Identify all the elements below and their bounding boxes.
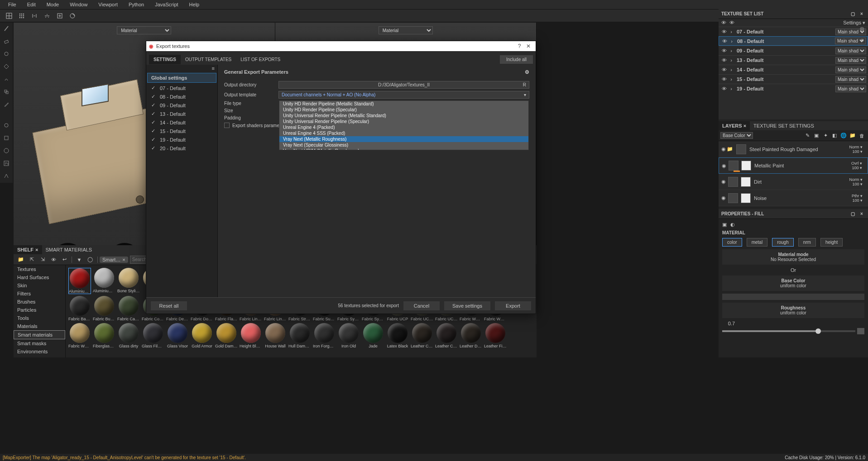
shelf-item[interactable]: Iron Forged… xyxy=(313,323,336,348)
globe-icon[interactable]: 🌐 xyxy=(839,132,848,140)
cat-environments[interactable]: Environments xyxy=(14,347,65,356)
shelf-item[interactable]: Gold Dama… xyxy=(215,323,238,348)
dropdown-option[interactable]: Unity HD Render Pipeline (Specular) xyxy=(279,107,528,113)
blend-mode[interactable]: Norm ▾ xyxy=(849,177,863,182)
shelf-item[interactable]: Aluminium … xyxy=(68,268,91,294)
export-set-row[interactable]: ✓20 - Default xyxy=(146,144,217,152)
proj-3d-icon[interactable]: ◐ xyxy=(730,222,735,228)
close-icon[interactable]: × xyxy=(743,123,746,128)
cat-tools[interactable]: Tools xyxy=(14,314,65,322)
global-settings-item[interactable]: Global settings xyxy=(147,73,216,83)
tab-shelf[interactable]: SHELF× xyxy=(14,245,42,254)
menu-viewport[interactable]: Viewport xyxy=(93,2,123,7)
dropdown-option[interactable]: Vray Next (Specular Glossiness) xyxy=(279,142,528,148)
tool-d-icon[interactable] xyxy=(0,170,13,182)
polyfill-icon[interactable] xyxy=(0,61,13,72)
dialog-tab-settings[interactable]: SETTINGS xyxy=(149,55,181,64)
cat-smart-materials[interactable]: Smart materials xyxy=(14,330,65,339)
cat-color-profiles[interactable]: Color profiles xyxy=(14,356,65,357)
back-icon[interactable]: ↩ xyxy=(60,255,69,264)
base-color-swatch[interactable] xyxy=(722,294,864,300)
check-icon[interactable]: ✓ xyxy=(150,128,156,134)
shelf-item[interactable]: Leather Da… xyxy=(460,323,482,348)
check-icon[interactable]: ✓ xyxy=(150,85,156,91)
shelf-item[interactable]: Iron Old xyxy=(337,323,360,348)
tool-ps-icon[interactable]: Ps xyxy=(0,157,13,169)
shelf-item[interactable]: Fabric Burlap xyxy=(93,296,115,321)
shelf-item[interactable]: House Wall xyxy=(264,323,287,348)
cancel-button[interactable]: Cancel xyxy=(403,301,440,310)
close-icon[interactable]: × xyxy=(858,10,865,18)
wand-icon[interactable]: ✎ xyxy=(803,132,811,140)
maximize-icon[interactable]: ▢ xyxy=(849,10,856,18)
visibility-icon[interactable]: ◉ xyxy=(721,163,727,169)
opacity-value[interactable]: 100 ▾ xyxy=(852,198,863,203)
layer-row[interactable]: ◉ Dirt Norm ▾100 ▾ xyxy=(719,174,868,190)
texture-set-row[interactable]: 👁 › 07 - Default Main shader xyxy=(719,27,868,36)
visibility-icon[interactable]: 👁 xyxy=(721,38,728,44)
effect-icon[interactable]: ✦ xyxy=(821,132,830,140)
visibility-icon[interactable]: 👁 xyxy=(720,48,728,53)
texture-set-row[interactable]: 👁 › 19 - Default Main shader xyxy=(719,84,868,93)
cat-skin[interactable]: Skin xyxy=(14,281,65,290)
menu-mode[interactable]: Mode xyxy=(41,2,65,7)
clone-icon[interactable] xyxy=(0,86,13,98)
visibility-icon[interactable]: ◉ xyxy=(720,179,727,185)
layer-row[interactable]: ◉ Metallic Paint Ovrl ▾100 ▾ xyxy=(719,157,868,174)
shader-select[interactable]: Main shader xyxy=(835,48,866,54)
shelf-item[interactable]: Jade xyxy=(362,323,384,348)
shelf-item[interactable]: Glass dirty xyxy=(117,323,140,348)
filter-chip[interactable]: Smart… × xyxy=(100,257,128,263)
dialog-help-button[interactable]: ? xyxy=(515,43,524,49)
close-icon[interactable]: × xyxy=(858,210,865,218)
cat-brushes[interactable]: Brushes xyxy=(14,298,65,306)
menu-python[interactable]: Python xyxy=(123,2,149,7)
check-icon[interactable]: ✓ xyxy=(150,102,156,108)
viewport-material-select-left[interactable]: Material xyxy=(117,26,171,34)
mask-icon[interactable]: ▣ xyxy=(812,132,820,140)
dropdown-option[interactable]: Unity Universal Render Pipeline (Specula… xyxy=(279,119,528,124)
cat-hard-surfaces[interactable]: Hard Surfaces xyxy=(14,273,65,281)
toolbar-btn-3[interactable] xyxy=(29,10,40,21)
save-settings-button[interactable]: Save settings xyxy=(444,301,490,310)
shelf-item[interactable]: Hull Damag… xyxy=(288,323,311,348)
chevron-right-icon[interactable]: › xyxy=(728,76,735,82)
opacity-value[interactable]: 100 ▾ xyxy=(851,166,862,170)
shelf-item[interactable]: Fabric Base… xyxy=(68,296,91,321)
layer-row[interactable]: ◉ Noise Pthr ▾100 ▾ xyxy=(719,190,868,206)
check-icon[interactable]: ✓ xyxy=(150,119,156,125)
viewport-material-select-right[interactable]: Material xyxy=(379,26,433,34)
layer-row[interactable]: ◉ 📁 Steel Painted Rough Damaged Norm ▾10… xyxy=(719,141,868,157)
ring-icon[interactable]: ◯ xyxy=(86,255,95,264)
output-dir-field[interactable]: D:/3D/Aligator/Textures_IIR xyxy=(278,81,529,89)
menu-help[interactable]: Help xyxy=(184,2,205,7)
opacity-value[interactable]: 100 ▾ xyxy=(849,149,863,154)
pill-metal[interactable]: metal xyxy=(747,238,767,247)
shelf-item[interactable]: Leather Calf… xyxy=(411,323,433,348)
cat-textures[interactable]: Textures xyxy=(14,265,65,273)
chevron-right-icon[interactable]: › xyxy=(728,86,735,91)
vis-all-icon[interactable]: 👁 xyxy=(721,20,729,26)
visibility-icon[interactable]: 👁 xyxy=(720,57,728,63)
shelf-item[interactable]: Fabric Canv… xyxy=(117,296,140,321)
tool-b-icon[interactable] xyxy=(0,132,13,144)
export-set-row[interactable]: ✓15 - Default xyxy=(146,127,217,135)
texture-set-row[interactable]: 👁 › 08 - Default Main shader xyxy=(719,36,868,46)
cat-filters[interactable]: Filters xyxy=(14,290,65,298)
proj-mode-icon[interactable]: ▣ xyxy=(722,222,727,228)
toolbar-btn-6[interactable] xyxy=(67,10,78,21)
fr-btn-1[interactable]: ◎ xyxy=(856,23,868,34)
dropdown-option[interactable]: Unreal Engine 4 (Packed) xyxy=(279,124,528,130)
fill-layer-icon[interactable]: ◧ xyxy=(830,132,839,140)
list-menu-icon[interactable]: ≡ xyxy=(212,66,215,71)
export-set-row[interactable]: ✓07 - Default xyxy=(146,84,217,92)
toolbar-btn-2[interactable] xyxy=(16,10,27,21)
check-icon[interactable]: ✓ xyxy=(150,94,156,100)
texture-set-row[interactable]: 👁 › 09 - Default Main shader xyxy=(719,46,868,55)
chevron-right-icon[interactable]: › xyxy=(728,67,735,72)
cat-smart-masks[interactable]: Smart masks xyxy=(14,339,65,347)
visibility-icon[interactable]: ◉ xyxy=(720,146,727,152)
vis-solo-icon[interactable]: 👁 xyxy=(729,20,738,26)
export-set-row[interactable]: ✓14 - Default xyxy=(146,118,217,127)
check-icon[interactable]: ✓ xyxy=(150,145,156,151)
